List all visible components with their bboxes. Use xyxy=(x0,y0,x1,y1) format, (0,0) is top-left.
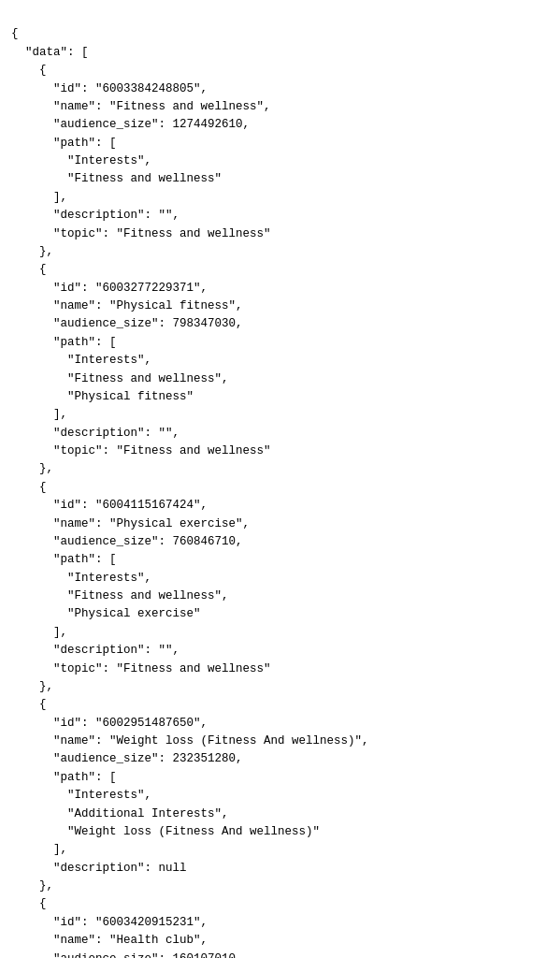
json-line: { xyxy=(11,479,549,497)
json-line: }, xyxy=(11,878,549,895)
json-line: "Interests", xyxy=(11,787,549,805)
json-line: { xyxy=(11,895,549,913)
json-line: "name": "Fitness and wellness", xyxy=(11,98,549,116)
json-line: "topic": "Fitness and wellness" xyxy=(11,225,549,243)
json-line: "audience_size": 160107010, xyxy=(11,951,549,959)
json-line: "topic": "Fitness and wellness" xyxy=(11,443,549,460)
json-line: "path": [ xyxy=(11,551,549,569)
json-line: "name": "Physical fitness", xyxy=(11,298,549,315)
json-line: "audience_size": 1274492610, xyxy=(11,116,549,134)
json-line: "Interests", xyxy=(11,152,549,170)
json-line: "id": "6003420915231", xyxy=(11,914,549,932)
json-line: "id": "6003277229371", xyxy=(11,280,549,298)
json-viewer: { "data": [ { "id": "6003384248805", "na… xyxy=(0,0,560,958)
json-line: ], xyxy=(11,406,549,424)
json-line: "audience_size": 232351280, xyxy=(11,750,549,768)
json-line: }, xyxy=(11,460,549,478)
json-line: "id": "6004115167424", xyxy=(11,497,549,515)
json-line: "Additional Interests", xyxy=(11,806,549,823)
json-line: "description": "", xyxy=(11,207,549,225)
json-line: "topic": "Fitness and wellness" xyxy=(11,660,549,678)
json-line: "path": [ xyxy=(11,769,549,787)
json-line: "Interests", xyxy=(11,570,549,588)
json-line: "name": "Weight loss (Fitness And wellne… xyxy=(11,733,549,750)
json-line: "id": "6003384248805", xyxy=(11,80,549,98)
json-line: "Fitness and wellness", xyxy=(11,370,549,388)
json-line: "audience_size": 798347030, xyxy=(11,315,549,333)
json-line: }, xyxy=(11,243,549,261)
json-line: "Physical exercise" xyxy=(11,605,549,623)
json-line: { xyxy=(11,25,549,43)
json-line: "Physical fitness" xyxy=(11,388,549,406)
json-line: "name": "Physical exercise", xyxy=(11,515,549,533)
json-line: { xyxy=(11,261,549,279)
json-line: "path": [ xyxy=(11,334,549,352)
json-line: "description": "", xyxy=(11,642,549,660)
json-line: ], xyxy=(11,624,549,642)
json-line: ], xyxy=(11,189,549,207)
json-line: }, xyxy=(11,678,549,696)
json-line: "Fitness and wellness", xyxy=(11,588,549,605)
json-line: "description": "", xyxy=(11,425,549,443)
json-line: "description": null xyxy=(11,860,549,878)
json-line: "name": "Health club", xyxy=(11,932,549,950)
json-line: "audience_size": 760846710, xyxy=(11,533,549,551)
json-line: { xyxy=(11,62,549,80)
json-line: "Interests", xyxy=(11,352,549,370)
json-line: "Weight loss (Fitness And wellness)" xyxy=(11,823,549,841)
json-line: "Fitness and wellness" xyxy=(11,170,549,188)
json-line: { xyxy=(11,696,549,714)
json-line: "path": [ xyxy=(11,135,549,152)
json-line: "id": "6002951487650", xyxy=(11,715,549,733)
json-line: "data": [ xyxy=(11,44,549,62)
json-line: ], xyxy=(11,841,549,859)
